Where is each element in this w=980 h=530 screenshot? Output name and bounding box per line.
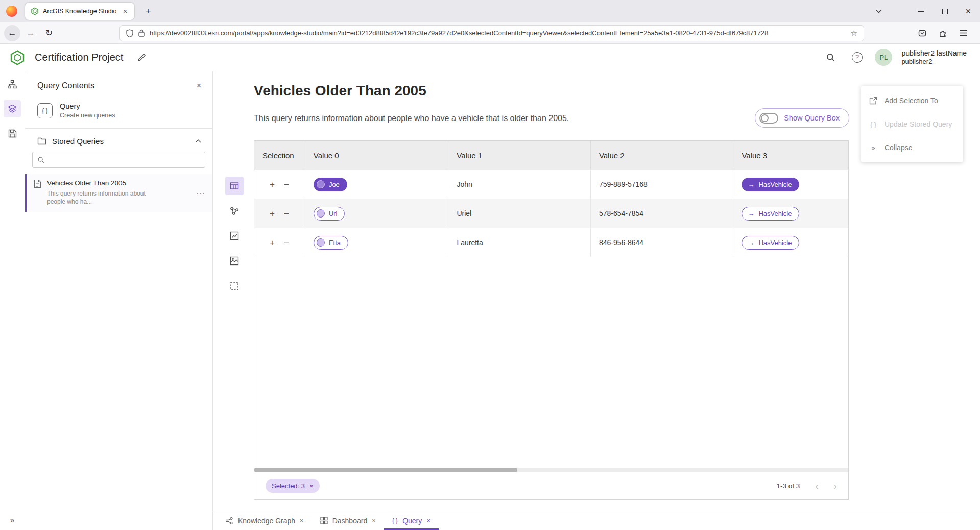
chart-view-icon[interactable] [225, 227, 244, 245]
value2-cell: 578-654-7854 [591, 199, 734, 228]
entity-pill[interactable]: Joe [314, 178, 347, 191]
previous-page-chevron-icon[interactable]: ‹ [815, 481, 818, 491]
knowledge-graph-icon [225, 517, 233, 525]
query-results-table: Selection Value 0 Value 1 Value 2 Value … [254, 140, 849, 500]
tab-close-icon[interactable]: × [372, 517, 376, 524]
add-to-selection-plus-icon[interactable]: + [270, 180, 275, 189]
tab-dashboard[interactable]: Dashboard × [312, 511, 384, 530]
search-input[interactable] [48, 156, 200, 164]
menu-item-add-selection-to[interactable]: Add Selection To [861, 89, 963, 112]
pagination-range-label: 1-3 of 3 [777, 482, 800, 490]
value1-cell: Uriel [448, 199, 591, 228]
add-to-selection-plus-icon[interactable]: + [270, 238, 275, 247]
link-chart-view-icon[interactable] [225, 202, 244, 220]
user-avatar[interactable]: PL [875, 49, 892, 66]
tracking-shield-icon[interactable] [126, 29, 133, 37]
stored-query-item[interactable]: Vehicles Older Than 2005 This query retu… [25, 174, 212, 212]
save-to-pocket-icon[interactable] [915, 25, 930, 41]
collapse-section-chevron-up-icon[interactable] [195, 139, 201, 143]
item-options-ellipsis-icon[interactable]: ··· [196, 188, 205, 197]
user-username: publisher2 [901, 58, 967, 66]
query-viewer-main: Vehicles Older Than 2005 This query retu… [213, 71, 980, 530]
tabs-list-chevron-icon[interactable] [870, 0, 888, 22]
new-query-item[interactable]: { } Query Create new queries [25, 100, 212, 128]
horizontal-scrollbar[interactable] [254, 468, 848, 472]
tab-close-icon[interactable]: × [120, 6, 130, 16]
selected-count-chip[interactable]: Selected: 3 × [266, 479, 320, 493]
remove-from-selection-minus-icon[interactable]: − [284, 180, 289, 189]
query-item-description: Create new queries [60, 112, 115, 119]
value1-cell: John [448, 170, 591, 199]
panel-close-icon[interactable]: × [197, 81, 201, 90]
query-page-description: This query returns information about peo… [254, 114, 569, 123]
menu-hamburger-icon[interactable] [955, 25, 971, 41]
row-selection-cell: + − [254, 199, 305, 228]
save-icon[interactable] [4, 125, 21, 142]
padlock-icon[interactable] [138, 29, 145, 37]
tab-close-icon[interactable]: × [300, 517, 304, 524]
table-row[interactable]: + − Joe John 759-889-57168 → HasVehicle [254, 170, 848, 199]
clear-selection-close-icon[interactable]: × [309, 482, 314, 490]
relationship-pill[interactable]: → HasVehicle [742, 207, 799, 221]
remove-from-selection-minus-icon[interactable]: − [284, 209, 289, 218]
stored-queries-header[interactable]: Stored Queries [25, 129, 212, 151]
add-to-selection-plus-icon[interactable]: + [270, 209, 275, 218]
map-view-icon[interactable] [225, 252, 244, 270]
table-row[interactable]: + − Uri Uriel 578-654-7854 → HasVehicle [254, 199, 848, 228]
entity-pill[interactable]: Etta [314, 236, 348, 250]
firefox-logo-icon[interactable] [6, 6, 17, 17]
window-maximize-button[interactable] [933, 0, 957, 22]
reload-button[interactable]: ↻ [41, 25, 57, 41]
content-tabs-bar: Knowledge Graph × Dashboard × { } Query … [213, 511, 980, 530]
table-row[interactable]: + − Etta Lauretta 846-956-8644 → HasVehi… [254, 228, 848, 257]
extensions-puzzle-icon[interactable] [935, 25, 950, 41]
window-close-button[interactable]: × [957, 0, 980, 22]
tab-query[interactable]: { } Query × [384, 511, 439, 530]
menu-item-update-stored-query: { } Update Stored Query [861, 112, 963, 136]
window-minimize-button[interactable] [910, 0, 933, 22]
scrollbar-thumb[interactable] [254, 468, 517, 472]
back-button[interactable]: ← [4, 25, 20, 41]
table-header-row: Selection Value 0 Value 1 Value 2 Value … [254, 141, 848, 170]
braces-icon: { } [868, 121, 878, 128]
url-bar[interactable]: https://dev0028833.esri.com/portal/apps/… [119, 25, 864, 41]
relationship-pill[interactable]: → HasVehicle [742, 236, 799, 250]
query-item-label: Query [60, 102, 115, 110]
relationship-label: HasVehicle [758, 239, 792, 247]
entity-pill[interactable]: Uri [314, 207, 345, 221]
add-selection-to-icon [868, 96, 878, 105]
stored-queries-search[interactable] [32, 152, 205, 168]
pagination: 1-3 of 3 ‹ › [777, 481, 837, 491]
user-info[interactable]: publisher2 lastName publisher2 [901, 49, 967, 66]
search-icon[interactable] [822, 49, 839, 66]
relationship-pill[interactable]: → HasVehicle [742, 178, 799, 191]
expand-panel-chevrons-icon[interactable]: » [0, 516, 25, 525]
column-header: Value 1 [448, 141, 591, 170]
help-icon[interactable]: ? [848, 49, 866, 66]
column-header: Value 3 [733, 141, 848, 170]
table-view-icon[interactable] [225, 177, 244, 195]
next-page-chevron-icon[interactable]: › [834, 481, 837, 491]
toggle-switch[interactable] [759, 113, 778, 124]
contents-layers-icon[interactable] [4, 100, 21, 117]
tab-knowledge-graph[interactable]: Knowledge Graph × [217, 511, 312, 530]
browser-navbar: ← → ↻ https://dev0028833.esri.com/portal… [0, 22, 980, 44]
relationship-cell: → HasVehicle [733, 170, 848, 199]
menu-item-collapse[interactable]: » Collapse [861, 136, 963, 159]
view-toolbar [225, 177, 244, 295]
bookmark-star-icon[interactable]: ☆ [851, 29, 857, 38]
folder-icon [37, 137, 46, 145]
browser-tab[interactable]: ArcGIS Knowledge Studio × [25, 3, 134, 20]
tab-close-icon[interactable]: × [426, 517, 431, 524]
arrow-right-icon: → [748, 239, 754, 246]
column-header: Value 0 [305, 141, 449, 170]
edit-title-pencil-icon[interactable] [137, 53, 146, 62]
data-model-icon[interactable] [4, 76, 21, 93]
search-magnifier-icon [37, 156, 44, 163]
entity-cell: Uri [305, 199, 449, 228]
remove-from-selection-minus-icon[interactable]: − [284, 238, 289, 247]
show-query-box-toggle[interactable]: Show Query Box [755, 108, 849, 128]
url-text[interactable]: https://dev0028833.esri.com/portal/apps/… [150, 29, 846, 37]
selection-view-icon[interactable] [225, 277, 244, 295]
new-tab-button[interactable]: + [140, 4, 156, 19]
